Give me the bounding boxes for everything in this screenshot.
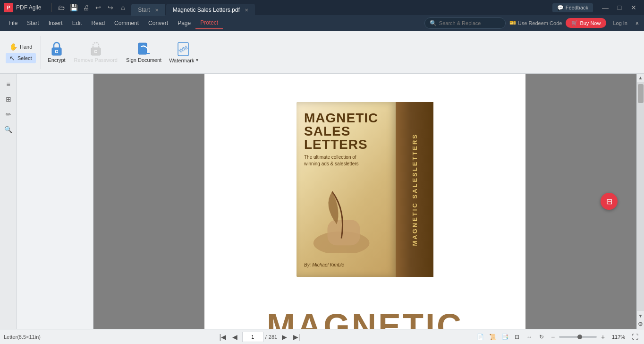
scroll-track[interactable] xyxy=(637,82,644,311)
select-tool-button[interactable]: ↖ Select xyxy=(6,53,36,63)
menu-comment[interactable]: Comment xyxy=(110,17,144,29)
title-bar: P PDF Agile 🗁 💾 🖨 ↩ ↪ ⌂ Start ✕ Magnetic… xyxy=(0,0,644,15)
tabs-area: Start ✕ Magnetic Sales Letters.pdf ✕ xyxy=(131,0,552,15)
file-icon[interactable]: 🗁 xyxy=(57,3,66,12)
encrypt-button[interactable]: Encrypt xyxy=(44,39,69,65)
sidebar-grid-icon[interactable]: ⊞ xyxy=(2,93,15,106)
bottom-bar: Letter(8.5×11in) |◀ ◀ / 281 ▶ ▶| 📄 📜 📑 ⊡… xyxy=(0,329,644,344)
svg-rect-11 xyxy=(327,219,360,245)
single-page-view-button[interactable]: 📄 xyxy=(475,332,485,342)
page-sep: / xyxy=(265,334,267,340)
tab-start-close[interactable]: ✕ xyxy=(155,8,159,13)
hand-tool-label: Hand xyxy=(20,44,32,50)
title-bar-icons: 🗁 💾 🖨 ↩ ↪ ⌂ xyxy=(57,3,127,12)
zoom-slider[interactable] xyxy=(559,336,597,338)
book-author: By: Michael Kimble xyxy=(304,262,388,267)
login-button[interactable]: Log In xyxy=(610,19,630,27)
print-icon[interactable]: 🖨 xyxy=(81,3,91,12)
hand-icon: ✋ xyxy=(9,43,17,51)
promo-button[interactable]: ⊟ xyxy=(601,193,618,210)
scroll-up-arrow[interactable]: ▲ xyxy=(637,74,644,81)
scroll-view-button[interactable]: 📜 xyxy=(487,332,498,342)
book-title: MAGNETICSALESLETTERS xyxy=(304,112,388,151)
scroll-thumb[interactable] xyxy=(638,84,644,103)
ribbon: ✋ Hand ↖ Select Encrypt xyxy=(0,31,644,74)
tab-magnetic-label: Magnetic Sales Letters.pdf xyxy=(173,7,240,13)
search-input[interactable] xyxy=(439,20,500,26)
menu-page[interactable]: Page xyxy=(173,17,195,29)
remove-password-button[interactable]: Remove Password xyxy=(70,39,121,65)
menu-insert[interactable]: Insert xyxy=(44,17,68,29)
undo-icon[interactable]: ↩ xyxy=(93,3,103,12)
app-logo: P PDF Agile xyxy=(4,3,41,12)
watermark-label-area: Watermark ▼ xyxy=(169,58,199,63)
home-icon[interactable]: ⌂ xyxy=(118,3,127,12)
logo-icon: P xyxy=(4,3,13,12)
tab-magnetic[interactable]: Magnetic Sales Letters.pdf ✕ xyxy=(166,4,255,16)
zoom-level: 117% xyxy=(609,334,628,340)
window-controls: — □ ✕ xyxy=(599,2,640,13)
svg-text:WM: WM xyxy=(178,44,188,53)
book-cover: MAGNETICSALESLETTERS The ultimate collec… xyxy=(297,102,433,277)
minimize-button[interactable]: — xyxy=(599,2,612,13)
buy-now-button[interactable]: 🛒 Buy Now xyxy=(566,18,606,28)
redo-icon[interactable]: ↪ xyxy=(106,3,115,12)
fullscreen-button[interactable]: ⛶ xyxy=(630,332,640,342)
fit-width-button[interactable]: ↔ xyxy=(524,332,534,342)
save-icon[interactable]: 💾 xyxy=(69,3,78,12)
pdf-viewer[interactable]: MAGNETICSALESLETTERS The ultimate collec… xyxy=(93,74,636,329)
chevron-up-icon[interactable]: ∧ xyxy=(634,19,640,27)
search-box[interactable]: 🔍 xyxy=(424,17,506,29)
watermark-button[interactable]: WM Watermark ▼ xyxy=(166,40,202,65)
tab-magnetic-close[interactable]: ✕ xyxy=(245,8,248,13)
scrollbar-right: ▲ ▼ ⚙ xyxy=(636,74,644,329)
select-icon: ↖ xyxy=(9,54,15,62)
zoom-in-button[interactable]: + xyxy=(599,333,607,341)
sidebar-list-icon[interactable]: ≡ xyxy=(2,77,15,91)
feedback-icon: 💬 xyxy=(557,5,564,11)
sidebar-left: ≡ ⊞ ✏ 🔍 xyxy=(0,74,17,329)
cart-icon: 🛒 xyxy=(571,20,578,26)
two-page-view-button[interactable]: 📑 xyxy=(500,332,510,342)
use-redeem-label: Use Redeem Code xyxy=(518,20,562,26)
page-input[interactable] xyxy=(242,332,263,342)
book-title-area: MAGNETICSALESLETTERS The ultimate collec… xyxy=(304,112,388,167)
hand-tool-button[interactable]: ✋ Hand xyxy=(6,42,36,52)
zoom-out-button[interactable]: − xyxy=(549,333,557,341)
menu-edit[interactable]: Edit xyxy=(68,17,87,29)
select-tool-label: Select xyxy=(17,55,32,61)
last-page-button[interactable]: ▶| xyxy=(291,332,302,342)
svg-rect-6 xyxy=(138,43,147,54)
book-subtitle: The ultimate collection ofwinning ads & … xyxy=(304,154,388,167)
book-illustration xyxy=(304,182,388,253)
maximize-button[interactable]: □ xyxy=(613,2,626,13)
menu-convert[interactable]: Convert xyxy=(144,17,173,29)
fit-page-button[interactable]: ⊡ xyxy=(512,332,522,342)
watermark-label: Watermark xyxy=(169,58,194,63)
tab-start[interactable]: Start ✕ xyxy=(131,4,165,16)
menu-file[interactable]: File xyxy=(4,17,22,29)
scroll-down-arrow[interactable]: ▼ xyxy=(637,312,644,319)
panel-settings-icon[interactable]: ⚙ xyxy=(636,319,644,329)
sidebar-edit-icon[interactable]: ✏ xyxy=(2,108,15,121)
title-bar-right: 💬 Feedback — □ ✕ xyxy=(552,2,640,13)
menu-read[interactable]: Read xyxy=(86,17,110,29)
book-spine-text: MAGNETIC SALESLETTERS xyxy=(411,133,418,246)
feedback-button[interactable]: 💬 Feedback xyxy=(552,3,593,12)
use-redeem-button[interactable]: 🎫 Use Redeem Code xyxy=(509,20,562,26)
menu-protect[interactable]: Protect xyxy=(195,17,223,29)
ribbon-sep-1 xyxy=(41,36,41,69)
zoom-slider-thumb xyxy=(577,335,582,339)
close-button[interactable]: ✕ xyxy=(627,2,640,13)
next-page-button[interactable]: ▶ xyxy=(279,332,289,342)
app-name: PDF Agile xyxy=(16,4,41,11)
sign-document-button[interactable]: Sign Document xyxy=(122,39,165,65)
prev-page-button[interactable]: ◀ xyxy=(230,332,240,342)
menu-bar-right: 🔍 🎫 Use Redeem Code 🛒 Buy Now Log In ∧ xyxy=(424,17,640,29)
first-page-button[interactable]: |◀ xyxy=(218,332,228,342)
sidebar-search-icon[interactable]: 🔍 xyxy=(2,123,15,136)
total-pages: 281 xyxy=(269,334,277,340)
big-text-bottom: MAGNETIC xyxy=(267,307,463,329)
menu-start[interactable]: Start xyxy=(22,17,43,29)
rotate-button[interactable]: ↻ xyxy=(536,332,547,342)
